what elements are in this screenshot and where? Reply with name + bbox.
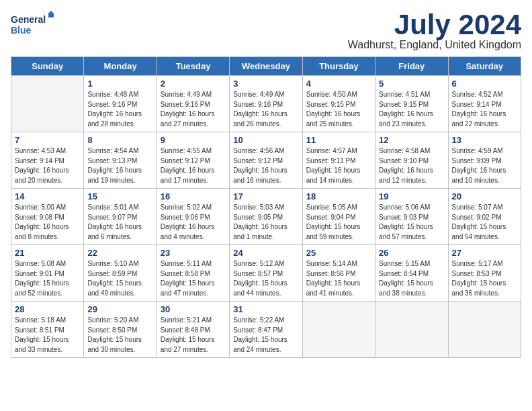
calendar-day-cell bbox=[302, 302, 375, 358]
day-number: 15 bbox=[87, 191, 152, 201]
svg-rect-3 bbox=[48, 13, 54, 17]
calendar-day-cell: 26Sunrise: 5:15 AMSunset: 8:54 PMDayligh… bbox=[375, 245, 448, 302]
day-number: 10 bbox=[233, 135, 298, 145]
day-number: 19 bbox=[379, 191, 444, 201]
day-number: 16 bbox=[161, 191, 226, 201]
day-info: Sunrise: 5:12 AMSunset: 8:57 PMDaylight:… bbox=[233, 259, 298, 298]
weekday-header: Sunday bbox=[11, 57, 84, 76]
day-info: Sunrise: 5:10 AMSunset: 8:59 PMDaylight:… bbox=[87, 259, 152, 298]
calendar-day-cell: 6Sunrise: 4:52 AMSunset: 9:14 PMDaylight… bbox=[448, 76, 521, 132]
calendar-day-cell: 24Sunrise: 5:12 AMSunset: 8:57 PMDayligh… bbox=[230, 245, 302, 302]
calendar-week-row: 21Sunrise: 5:08 AMSunset: 9:01 PMDayligh… bbox=[11, 245, 521, 302]
day-number: 14 bbox=[15, 191, 80, 201]
day-info: Sunrise: 5:20 AMSunset: 8:50 PMDaylight:… bbox=[87, 316, 152, 355]
day-info: Sunrise: 5:07 AMSunset: 9:02 PMDaylight:… bbox=[452, 203, 517, 242]
calendar-table: SundayMondayTuesdayWednesdayThursdayFrid… bbox=[11, 56, 521, 358]
day-info: Sunrise: 5:05 AMSunset: 9:04 PMDaylight:… bbox=[306, 203, 371, 242]
calendar-day-cell: 21Sunrise: 5:08 AMSunset: 9:01 PMDayligh… bbox=[11, 245, 84, 302]
day-number: 11 bbox=[306, 135, 371, 145]
logo: General Blue bbox=[11, 11, 58, 38]
calendar-day-cell bbox=[11, 76, 84, 132]
calendar-day-cell: 14Sunrise: 5:00 AMSunset: 9:08 PMDayligh… bbox=[11, 189, 84, 245]
calendar-day-cell bbox=[375, 302, 448, 358]
calendar-day-cell: 1Sunrise: 4:48 AMSunset: 9:16 PMDaylight… bbox=[84, 76, 157, 132]
day-number: 29 bbox=[87, 304, 152, 314]
svg-marker-2 bbox=[48, 11, 54, 13]
day-info: Sunrise: 5:03 AMSunset: 9:05 PMDaylight:… bbox=[233, 203, 298, 242]
day-info: Sunrise: 5:00 AMSunset: 9:08 PMDaylight:… bbox=[15, 203, 80, 242]
day-info: Sunrise: 4:52 AMSunset: 9:14 PMDaylight:… bbox=[452, 90, 517, 129]
calendar-day-cell: 15Sunrise: 5:01 AMSunset: 9:07 PMDayligh… bbox=[84, 189, 157, 245]
day-number: 12 bbox=[379, 135, 444, 145]
location-subtitle: Wadhurst, England, United Kingdom bbox=[348, 39, 521, 51]
calendar-day-cell: 10Sunrise: 4:56 AMSunset: 9:12 PMDayligh… bbox=[230, 132, 302, 189]
weekday-header-row: SundayMondayTuesdayWednesdayThursdayFrid… bbox=[11, 57, 521, 76]
day-number: 28 bbox=[15, 304, 80, 314]
calendar-day-cell bbox=[448, 302, 521, 358]
calendar-day-cell: 18Sunrise: 5:05 AMSunset: 9:04 PMDayligh… bbox=[302, 189, 375, 245]
calendar-day-cell: 27Sunrise: 5:17 AMSunset: 8:53 PMDayligh… bbox=[448, 245, 521, 302]
day-info: Sunrise: 4:56 AMSunset: 9:12 PMDaylight:… bbox=[233, 146, 298, 185]
weekday-header: Tuesday bbox=[157, 57, 229, 76]
day-number: 24 bbox=[233, 248, 298, 258]
weekday-header: Thursday bbox=[302, 57, 375, 76]
day-info: Sunrise: 4:50 AMSunset: 9:15 PMDaylight:… bbox=[306, 90, 371, 129]
day-number: 7 bbox=[15, 135, 80, 145]
calendar-day-cell: 13Sunrise: 4:59 AMSunset: 9:09 PMDayligh… bbox=[448, 132, 521, 189]
calendar-day-cell: 22Sunrise: 5:10 AMSunset: 8:59 PMDayligh… bbox=[84, 245, 157, 302]
calendar-day-cell: 11Sunrise: 4:57 AMSunset: 9:11 PMDayligh… bbox=[302, 132, 375, 189]
calendar-day-cell: 2Sunrise: 4:49 AMSunset: 9:16 PMDaylight… bbox=[157, 76, 229, 132]
calendar-day-cell: 25Sunrise: 5:14 AMSunset: 8:56 PMDayligh… bbox=[302, 245, 375, 302]
month-year-title: July 2024 bbox=[348, 11, 521, 39]
calendar-day-cell: 5Sunrise: 4:51 AMSunset: 9:15 PMDaylight… bbox=[375, 76, 448, 132]
calendar-week-row: 7Sunrise: 4:53 AMSunset: 9:14 PMDaylight… bbox=[11, 132, 521, 189]
calendar-day-cell: 17Sunrise: 5:03 AMSunset: 9:05 PMDayligh… bbox=[230, 189, 302, 245]
calendar-week-row: 14Sunrise: 5:00 AMSunset: 9:08 PMDayligh… bbox=[11, 189, 521, 245]
day-info: Sunrise: 4:58 AMSunset: 9:10 PMDaylight:… bbox=[379, 146, 444, 185]
calendar-day-cell: 20Sunrise: 5:07 AMSunset: 9:02 PMDayligh… bbox=[448, 189, 521, 245]
day-info: Sunrise: 4:49 AMSunset: 9:16 PMDaylight:… bbox=[233, 90, 298, 129]
day-number: 5 bbox=[379, 79, 444, 89]
day-number: 31 bbox=[233, 304, 298, 314]
day-number: 30 bbox=[161, 304, 226, 314]
calendar-day-cell: 19Sunrise: 5:06 AMSunset: 9:03 PMDayligh… bbox=[375, 189, 448, 245]
page-header: General Blue July 2024 Wadhurst, England… bbox=[11, 11, 521, 51]
day-number: 6 bbox=[452, 79, 517, 89]
day-number: 25 bbox=[306, 248, 371, 258]
calendar-day-cell: 28Sunrise: 5:18 AMSunset: 8:51 PMDayligh… bbox=[11, 302, 84, 358]
weekday-header: Wednesday bbox=[230, 57, 302, 76]
day-number: 20 bbox=[452, 191, 517, 201]
calendar-day-cell: 23Sunrise: 5:11 AMSunset: 8:58 PMDayligh… bbox=[157, 245, 229, 302]
day-number: 2 bbox=[161, 79, 226, 89]
calendar-day-cell: 7Sunrise: 4:53 AMSunset: 9:14 PMDaylight… bbox=[11, 132, 84, 189]
day-info: Sunrise: 4:53 AMSunset: 9:14 PMDaylight:… bbox=[15, 146, 80, 185]
day-number: 9 bbox=[161, 135, 226, 145]
day-info: Sunrise: 5:11 AMSunset: 8:58 PMDaylight:… bbox=[161, 259, 226, 298]
day-info: Sunrise: 5:22 AMSunset: 8:47 PMDaylight:… bbox=[233, 316, 298, 355]
logo-svg: General Blue bbox=[11, 11, 58, 38]
day-number: 27 bbox=[452, 248, 517, 258]
day-info: Sunrise: 4:49 AMSunset: 9:16 PMDaylight:… bbox=[161, 90, 226, 129]
day-number: 17 bbox=[233, 191, 298, 201]
weekday-header: Saturday bbox=[448, 57, 521, 76]
day-info: Sunrise: 5:14 AMSunset: 8:56 PMDaylight:… bbox=[306, 259, 371, 298]
day-info: Sunrise: 4:57 AMSunset: 9:11 PMDaylight:… bbox=[306, 146, 371, 185]
calendar-day-cell: 16Sunrise: 5:02 AMSunset: 9:06 PMDayligh… bbox=[157, 189, 229, 245]
day-info: Sunrise: 5:17 AMSunset: 8:53 PMDaylight:… bbox=[452, 259, 517, 298]
weekday-header: Friday bbox=[375, 57, 448, 76]
day-info: Sunrise: 5:06 AMSunset: 9:03 PMDaylight:… bbox=[379, 203, 444, 242]
day-number: 3 bbox=[233, 79, 298, 89]
svg-text:General: General bbox=[11, 14, 46, 25]
day-number: 1 bbox=[87, 79, 152, 89]
calendar-day-cell: 30Sunrise: 5:21 AMSunset: 8:48 PMDayligh… bbox=[157, 302, 229, 358]
calendar-week-row: 1Sunrise: 4:48 AMSunset: 9:16 PMDaylight… bbox=[11, 76, 521, 132]
day-info: Sunrise: 5:18 AMSunset: 8:51 PMDaylight:… bbox=[15, 316, 80, 355]
day-number: 8 bbox=[87, 135, 152, 145]
day-info: Sunrise: 4:55 AMSunset: 9:12 PMDaylight:… bbox=[161, 146, 226, 185]
calendar-day-cell: 12Sunrise: 4:58 AMSunset: 9:10 PMDayligh… bbox=[375, 132, 448, 189]
calendar-day-cell: 29Sunrise: 5:20 AMSunset: 8:50 PMDayligh… bbox=[84, 302, 157, 358]
day-number: 21 bbox=[15, 248, 80, 258]
calendar-day-cell: 8Sunrise: 4:54 AMSunset: 9:13 PMDaylight… bbox=[84, 132, 157, 189]
day-info: Sunrise: 4:51 AMSunset: 9:15 PMDaylight:… bbox=[379, 90, 444, 129]
day-info: Sunrise: 5:02 AMSunset: 9:06 PMDaylight:… bbox=[161, 203, 226, 242]
